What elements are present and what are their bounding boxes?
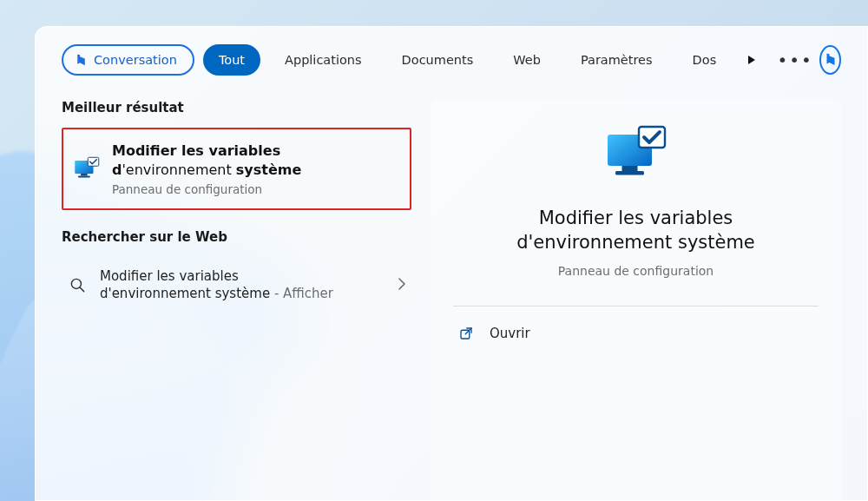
best-result-item[interactable]: Modifier les variables d'environnement s…: [62, 128, 411, 210]
svg-line-5: [80, 287, 84, 292]
tabs-overflow-button[interactable]: [740, 44, 762, 76]
details-panel: Modifier les variables d'environnement s…: [431, 100, 841, 500]
bing-chat-icon: [74, 53, 89, 68]
tab-label: Dos: [693, 53, 717, 67]
chevron-right-icon: [398, 278, 406, 293]
web-search-header: Rechercher sur le Web: [62, 229, 411, 245]
tab-applications[interactable]: Applications: [269, 44, 378, 76]
tab-label: Paramètres: [581, 53, 653, 67]
tab-documents[interactable]: Documents: [386, 44, 490, 76]
svg-rect-7: [621, 166, 637, 171]
best-result-text: Modifier les variables d'environnement s…: [112, 142, 301, 196]
svg-rect-8: [615, 171, 644, 175]
best-result-header: Meilleur résultat: [62, 100, 411, 115]
search-flyout: Conversation Tout Applications Documents…: [35, 26, 868, 501]
tab-label: Applications: [285, 53, 362, 67]
tab-label: Conversation: [94, 53, 177, 67]
best-result-subtitle: Panneau de configuration: [112, 182, 301, 196]
system-monitor-icon: [74, 156, 100, 182]
system-monitor-icon: [605, 124, 667, 187]
details-title: Modifier les variables d'environnement s…: [480, 206, 792, 255]
tab-web[interactable]: Web: [497, 44, 556, 76]
best-result-title: Modifier les variables d'environnement s…: [112, 142, 301, 179]
svg-rect-2: [78, 175, 90, 177]
tab-label: Documents: [402, 53, 474, 67]
open-action[interactable]: Ouvrir: [453, 307, 819, 360]
play-right-icon: [746, 55, 757, 65]
more-options-button[interactable]: •••: [779, 44, 811, 76]
open-external-icon: [458, 326, 474, 341]
bing-chat-button[interactable]: [819, 45, 841, 75]
details-subtitle: Panneau de configuration: [558, 264, 713, 278]
web-result-item[interactable]: Modifier les variables d'environnement s…: [62, 257, 411, 313]
tab-conversation[interactable]: Conversation: [62, 44, 194, 76]
svg-rect-1: [81, 174, 88, 176]
tab-bar: Conversation Tout Applications Documents…: [62, 44, 841, 76]
bing-chat-icon: [823, 52, 838, 68]
tab-settings[interactable]: Paramètres: [565, 44, 668, 76]
tab-label: Web: [513, 53, 541, 67]
search-icon: [67, 274, 88, 295]
results-column: Meilleur résultat Modifi: [62, 100, 411, 500]
dots-icon: •••: [777, 51, 812, 69]
content-area: Meilleur résultat Modifi: [62, 100, 841, 500]
tab-all[interactable]: Tout: [203, 44, 260, 76]
tab-label: Tout: [219, 53, 245, 67]
open-label: Ouvrir: [490, 326, 530, 341]
tab-more-truncated[interactable]: Dos: [677, 44, 733, 76]
web-result-text: Modifier les variables d'environnement s…: [100, 267, 385, 303]
